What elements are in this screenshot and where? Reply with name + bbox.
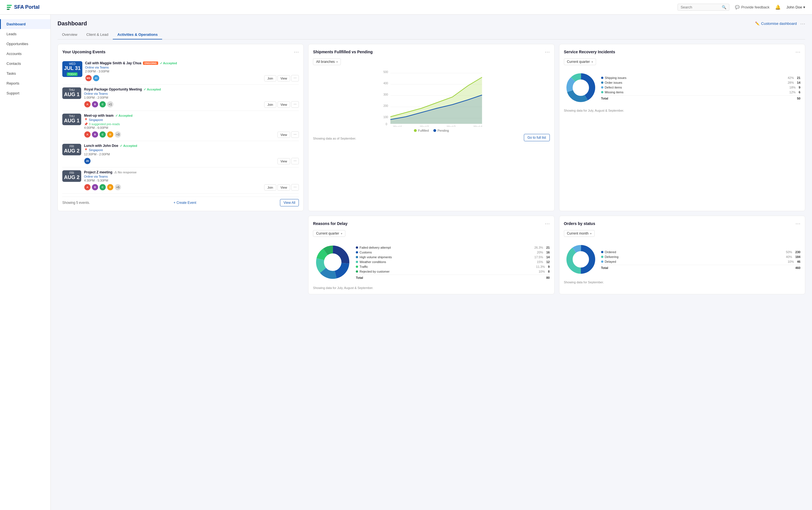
event-actions: View ⋯ [278,158,299,164]
sidebar-item-reports[interactable]: Reports [0,79,51,88]
more-button[interactable]: ⋯ [291,75,299,82]
chevron-down-icon: ▾ [591,60,593,63]
view-button[interactable]: View [278,132,290,138]
event-date-box: THU AUG 1 [62,87,81,99]
event-date-box: WED JUL 31 TODAY [62,61,82,77]
sidebar-item-opportunities[interactable]: Opportunities [0,39,51,49]
orders-filter-dropdown[interactable]: Current month ▾ [564,230,595,237]
accepted-badge: ✓ Accepted [160,61,177,65]
service-filter-dropdown[interactable]: Current quarter ▾ [564,58,596,65]
legend-row-rejected: Rejected by customer 10% 8 [356,270,550,273]
sidebar-item-tasks[interactable]: Tasks [0,68,51,79]
num-ordered: 230 [795,250,801,254]
dot-failed [356,246,358,249]
search-input[interactable] [680,5,720,9]
fulfilled-legend: Fulfilled [414,129,429,132]
no-response-badge: ⚠ No response [114,171,137,174]
join-button[interactable]: Join [264,75,276,82]
sidebar-item-accounts[interactable]: Accounts [0,49,51,59]
num-failed: 21 [546,246,550,249]
view-button[interactable]: View [278,158,290,164]
event-avatars: A B C D +5 [84,184,121,190]
avatar: C [99,131,106,138]
label-weather: Weather conditions [359,260,386,264]
view-button[interactable]: View [278,75,290,82]
pre-reads-link[interactable]: 📌 3 suggested pre-reads [84,122,299,126]
join-button[interactable]: Join [264,184,276,190]
orders-status-card: Orders by status ⋯ Current month ▾ [559,216,805,294]
view-all-button[interactable]: View All [280,199,299,206]
topnav: SFA Portal 🔍 💬 Provide feedback 🔔 John D… [0,0,812,14]
events-footer: Showing 5 events. + Create Event View Al… [62,197,299,206]
event-avatars: JD [84,158,91,164]
sidebar-item-contacts[interactable]: Contacts [0,59,51,68]
delay-legend: Failed delivery attempt 26.3% 21 Customs [356,246,550,279]
event-link: Online via Teams [84,175,299,178]
sidebar-item-support[interactable]: Support [0,88,51,98]
shipments-chart: 500 400 300 200 100 0 [313,70,550,127]
shipments-menu-icon[interactable]: ⋯ [545,49,550,55]
avatar: B [92,131,98,138]
more-options-icon[interactable]: ⋯ [800,21,805,27]
label-traffic: Traffic [359,265,368,268]
delay-donut-section: Failed delivery attempt 26.3% 21 Customs [313,242,550,283]
view-button[interactable]: View [278,184,290,190]
user-menu[interactable]: John Doe ▾ [786,5,805,9]
search-box[interactable]: 🔍 [677,4,729,11]
more-button[interactable]: ⋯ [291,158,299,164]
event-time: 1:00PM - 2:00PM [84,96,299,99]
delay-filter-dropdown[interactable]: Current quarter ▾ [313,230,345,237]
event-day: FRI [64,145,80,148]
more-button[interactable]: ⋯ [291,101,299,108]
svg-text:Week1: Week1 [393,125,402,127]
event-avatars: MS JC [85,75,99,82]
pct-missing: 12% [789,90,796,94]
feedback-button[interactable]: 💬 Provide feedback [735,5,770,9]
more-button[interactable]: ⋯ [291,131,299,138]
label-missing: Missing items [605,90,624,94]
delay-menu-icon[interactable]: ⋯ [545,220,550,227]
service-recovery-title: Service Recovery Incidents [564,50,615,54]
more-button[interactable]: ⋯ [291,184,299,190]
dot-delayed [601,261,603,263]
notifications-bell[interactable]: 🔔 [775,4,781,10]
shipments-filter-label: All branches [316,60,335,64]
svg-text:100: 100 [383,116,388,119]
tab-overview[interactable]: Overview [58,30,82,39]
service-recovery-menu-icon[interactable]: ⋯ [795,49,801,55]
event-title: Project Z meeting ⚠ No response [84,170,299,174]
logo-icon [7,5,12,10]
orders-menu-icon[interactable]: ⋯ [795,220,801,227]
events-menu-icon[interactable]: ⋯ [294,49,299,55]
dashboard-tabs: Overview Client & Lead Activities & Oper… [58,30,805,39]
donut-center [324,254,341,271]
chevron-down-icon: ▾ [803,5,805,9]
event-actions: Join View ⋯ [264,75,299,82]
view-button[interactable]: View [278,101,290,108]
service-recovery-donut-svg [564,71,598,104]
page-header: Dashboard ✏️ Customise dashboard ⋯ [58,20,805,27]
sidebar-item-leads[interactable]: Leads [0,29,51,39]
go-to-full-list-button[interactable]: Go to full list [524,134,550,141]
event-item: WED JUL 31 TODAY Call with Maggie Smith … [62,58,299,85]
orders-donut-svg [564,242,598,276]
feedback-label: Provide feedback [741,5,770,9]
event-day: WED [64,62,81,65]
tab-activities-operations[interactable]: Activities & Operations [113,30,162,39]
tab-client-lead[interactable]: Client & Lead [82,30,113,39]
sidebar-item-dashboard[interactable]: Dashboard [0,19,51,29]
delay-donut [313,242,352,283]
service-recovery-donut [564,71,598,106]
dot-highvol [356,256,358,258]
chevron-down-icon: ▾ [590,232,591,235]
create-event-button[interactable]: + Create Event [174,201,196,205]
event-avatars: A B C D +3 [84,131,121,138]
legend-row-defect: Defect items 18% 9 [601,86,801,89]
service-recovery-header: Service Recovery Incidents ⋯ [564,49,801,55]
customise-dashboard-button[interactable]: ✏️ Customise dashboard [755,22,797,26]
orders-card-header: Orders by status ⋯ [564,220,801,227]
event-title: Meet-up with team ✓ Accepted [84,114,299,118]
shipments-filter-dropdown[interactable]: All branches ▾ [313,58,341,65]
join-button[interactable]: Join [264,101,276,108]
event-num: AUG 1 [64,118,80,124]
